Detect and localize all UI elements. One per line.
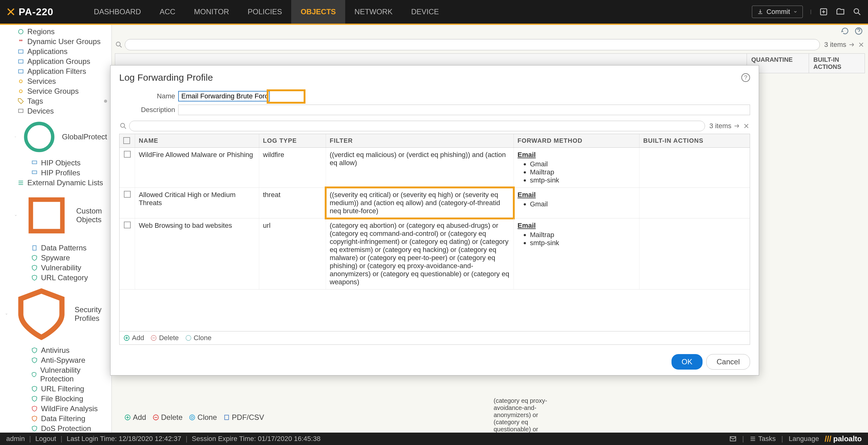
row-checkbox[interactable] bbox=[124, 151, 131, 158]
cell-filter: ((severity eq critical) or (severity eq … bbox=[326, 188, 514, 218]
grid-delete-button[interactable]: Delete bbox=[150, 334, 179, 342]
method-item: Gmail bbox=[530, 200, 636, 208]
highlight-annotation bbox=[267, 89, 306, 104]
logout-link[interactable]: Logout bbox=[35, 435, 56, 443]
svg-point-28 bbox=[186, 336, 191, 341]
grid-row[interactable]: WildFire Allowed Malware or Phishingwild… bbox=[120, 148, 750, 188]
clone-icon bbox=[185, 335, 192, 341]
tasks-label: Tasks bbox=[758, 435, 775, 443]
grid-row[interactable]: Allowed Critical High or Medium Threatst… bbox=[120, 188, 750, 219]
tasks-link[interactable]: Tasks bbox=[749, 435, 775, 443]
col-logtype[interactable]: LOG TYPE bbox=[259, 134, 326, 148]
cancel-button[interactable]: Cancel bbox=[706, 354, 750, 370]
method-item: Gmail bbox=[530, 160, 636, 168]
grid-items-counter: 3 items bbox=[709, 122, 732, 130]
method-item: smtp-sink bbox=[530, 176, 636, 184]
description-label: Description bbox=[119, 106, 178, 114]
method-title: Email bbox=[518, 191, 536, 199]
cell-name: WildFire Allowed Malware or Phishing bbox=[135, 148, 259, 187]
cell-actions bbox=[640, 219, 750, 289]
status-bar: admin | Logout | Last Login Time: 12/18/… bbox=[0, 433, 868, 445]
cell-logtype: threat bbox=[259, 188, 326, 218]
col-actions[interactable]: BUILT-IN ACTIONS bbox=[640, 134, 750, 148]
session-expire-text: Session Expire Time: 01/17/2020 16:45:38 bbox=[192, 435, 321, 443]
method-item: Mailtrap bbox=[530, 168, 636, 176]
name-label: Name bbox=[119, 92, 178, 100]
search-icon bbox=[119, 122, 127, 130]
modal-header: Log Forwarding Profile ? bbox=[111, 65, 759, 90]
status-user[interactable]: admin bbox=[6, 435, 25, 443]
paloalto-brand: ///paloalto bbox=[825, 434, 862, 444]
brand-text: paloalto bbox=[833, 435, 862, 443]
method-item: Mailtrap bbox=[530, 231, 636, 239]
name-input[interactable] bbox=[178, 91, 270, 101]
method-item: smtp-sink bbox=[530, 239, 636, 247]
description-input[interactable] bbox=[178, 104, 750, 115]
grid-header: NAME LOG TYPE FILTER FORWARD METHOD BUIL… bbox=[120, 134, 750, 148]
svg-point-25 bbox=[120, 123, 124, 127]
plus-circle-icon bbox=[123, 335, 130, 341]
col-filter[interactable]: FILTER bbox=[326, 134, 514, 148]
mail-icon[interactable] bbox=[729, 435, 737, 443]
tasks-icon bbox=[749, 435, 756, 442]
highlight-annotation bbox=[325, 187, 515, 219]
cell-logtype: wildfire bbox=[259, 148, 326, 187]
cell-filter: ((verdict eq malicious) or (verdict eq p… bbox=[326, 148, 514, 187]
modal-overlay: Log Forwarding Profile ? Name Descriptio… bbox=[0, 0, 868, 445]
match-list-grid: NAME LOG TYPE FILTER FORWARD METHOD BUIL… bbox=[119, 134, 750, 345]
action-label: Delete bbox=[159, 334, 179, 342]
action-label: Clone bbox=[194, 334, 211, 342]
language-link[interactable]: Language bbox=[788, 435, 819, 443]
modal-footer: OK Cancel bbox=[111, 349, 759, 375]
ok-button[interactable]: OK bbox=[672, 354, 703, 370]
minus-circle-icon bbox=[150, 335, 157, 341]
cell-logtype: url bbox=[259, 219, 326, 289]
grid-footer: Add Delete Clone bbox=[120, 331, 750, 345]
cell-actions bbox=[640, 148, 750, 187]
col-method[interactable]: FORWARD METHOD bbox=[514, 134, 640, 148]
grid-row[interactable]: Web Browsing to bad websitesurl(category… bbox=[120, 219, 750, 289]
cell-method: EmailMailtrapsmtp-sink bbox=[514, 219, 640, 289]
select-all-checkbox[interactable] bbox=[123, 137, 130, 144]
cell-actions bbox=[640, 188, 750, 218]
row-checkbox[interactable] bbox=[124, 191, 131, 198]
cell-name: Web Browsing to bad websites bbox=[135, 219, 259, 289]
grid-add-button[interactable]: Add bbox=[123, 334, 144, 342]
row-checkbox[interactable] bbox=[124, 222, 131, 228]
cell-filter: (category eq abortion) or (category eq a… bbox=[326, 219, 514, 289]
method-title: Email bbox=[518, 222, 536, 229]
modal-help-icon[interactable]: ? bbox=[741, 73, 750, 82]
cell-name: Allowed Critical High or Medium Threats bbox=[135, 188, 259, 218]
grid-clone-button[interactable]: Clone bbox=[185, 334, 211, 342]
cell-method: EmailGmail bbox=[514, 188, 640, 218]
last-login-text: Last Login Time: 12/18/2020 12:42:37 bbox=[67, 435, 181, 443]
col-name[interactable]: NAME bbox=[135, 134, 259, 148]
close-icon[interactable] bbox=[743, 122, 750, 130]
modal-title: Log Forwarding Profile bbox=[119, 72, 213, 83]
cell-method: EmailGmailMailtrapsmtp-sink bbox=[514, 148, 640, 187]
log-forwarding-modal: Log Forwarding Profile ? Name Descriptio… bbox=[110, 65, 759, 376]
grid-search-input[interactable] bbox=[129, 121, 705, 131]
action-label: Add bbox=[132, 334, 144, 342]
arrow-right-icon[interactable] bbox=[733, 122, 741, 130]
method-title: Email bbox=[518, 151, 536, 159]
